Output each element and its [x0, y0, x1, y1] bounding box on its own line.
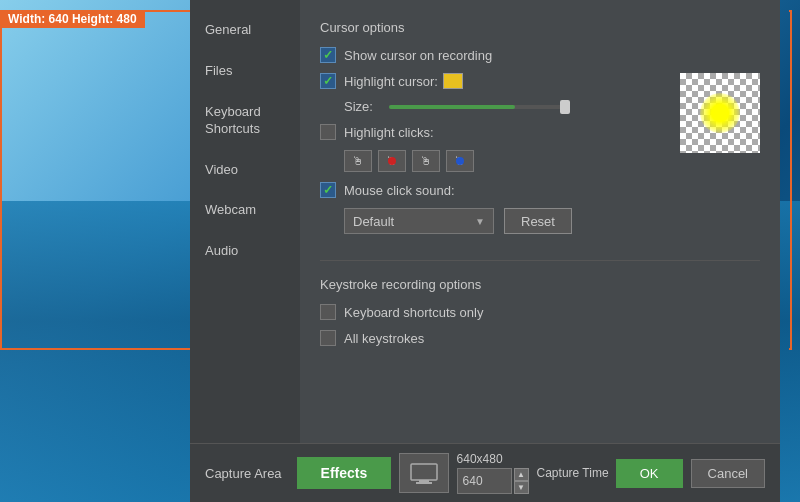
dialog-buttons: OK Cancel: [616, 459, 765, 488]
highlight-cursor-row: Highlight cursor:: [320, 73, 650, 89]
content-area: Cursor options Show cursor on recording …: [300, 0, 780, 443]
size-slider-fill: [389, 105, 515, 109]
sidebar-item-video[interactable]: Video: [190, 150, 300, 191]
keyboard-shortcuts-only-label: Keyboard shortcuts only: [344, 305, 483, 320]
mouse-click-sound-label: Mouse click sound:: [344, 183, 455, 198]
section-divider: [320, 260, 760, 261]
capture-icon-box[interactable]: [399, 453, 449, 493]
left-click-icon[interactable]: 🖱: [344, 150, 372, 172]
sidebar-item-keyboard-shortcuts[interactable]: Keyboard Shortcuts: [190, 92, 300, 150]
svg-rect-2: [416, 482, 432, 484]
sound-dropdown-value: Default: [353, 214, 394, 229]
mouse-click-sound-row: Mouse click sound:: [320, 182, 650, 198]
sidebar-item-webcam[interactable]: Webcam: [190, 190, 300, 231]
sidebar-item-files[interactable]: Files: [190, 51, 300, 92]
reset-button[interactable]: Reset: [504, 208, 572, 234]
stepper-down[interactable]: ▼: [514, 481, 529, 494]
size-slider-thumb[interactable]: [560, 100, 570, 114]
sound-dropdown-row: Default ▼ Reset: [344, 208, 650, 234]
middle-click-icon[interactable]: 🖱: [412, 150, 440, 172]
keyboard-shortcuts-only-row: Keyboard shortcuts only: [320, 304, 760, 320]
all-keystrokes-checkbox[interactable]: [320, 330, 336, 346]
cancel-button[interactable]: Cancel: [691, 459, 765, 488]
keyboard-shortcuts-only-checkbox[interactable]: [320, 304, 336, 320]
highlight-cursor-checkbox[interactable]: [320, 73, 336, 89]
nav-sidebar: General Files Keyboard Shortcuts Video W…: [190, 0, 300, 443]
cursor-color-swatch[interactable]: [443, 73, 463, 89]
right-click-blue-icon[interactable]: 🖱: [446, 150, 474, 172]
cursor-preview: [680, 73, 760, 153]
right-click-red-icon[interactable]: 🖱: [378, 150, 406, 172]
sidebar-item-audio[interactable]: Audio: [190, 231, 300, 272]
capture-value-input[interactable]: 640: [457, 468, 512, 494]
capture-area-label: Capture Area: [205, 466, 282, 481]
dropdown-arrow-icon: ▼: [475, 216, 485, 227]
show-cursor-row: Show cursor on recording: [320, 47, 760, 63]
keystroke-title: Keystroke recording options: [320, 277, 760, 292]
sound-dropdown[interactable]: Default ▼: [344, 208, 494, 234]
capture-size-display: 640x480: [457, 452, 524, 466]
highlight-clicks-checkbox[interactable]: [320, 124, 336, 140]
keystroke-section: Keystroke recording options Keyboard sho…: [320, 277, 760, 346]
capture-dimensions-label: Width: 640 Height: 480: [0, 10, 145, 28]
stepper-up[interactable]: ▲: [514, 468, 529, 481]
highlight-cursor-label: Highlight cursor:: [344, 74, 438, 89]
size-slider-row: Size:: [320, 99, 650, 114]
ok-button[interactable]: OK: [616, 459, 683, 488]
highlight-clicks-row: Highlight clicks:: [320, 124, 650, 140]
click-icons-row: 🖱 🖱 🖱 🖱: [344, 150, 650, 172]
all-keystrokes-label: All keystrokes: [344, 331, 424, 346]
show-cursor-checkbox[interactable]: [320, 47, 336, 63]
svg-rect-0: [411, 464, 437, 480]
capture-screen-icon: [409, 462, 439, 484]
capture-preview-border: Width: 640 Height: 480: [0, 10, 195, 350]
all-keystrokes-row: All keystrokes: [320, 330, 760, 346]
show-cursor-label: Show cursor on recording: [344, 48, 492, 63]
cursor-options-title: Cursor options: [320, 20, 760, 35]
effects-button[interactable]: Effects: [297, 457, 392, 489]
right-border-indicator: [789, 10, 792, 350]
mouse-click-sound-checkbox[interactable]: [320, 182, 336, 198]
svg-rect-1: [419, 480, 429, 482]
bottom-bar: Capture Area Effects 640x480 640 ▲ ▼: [190, 443, 780, 502]
capture-stepper[interactable]: ▲ ▼: [514, 468, 529, 494]
highlight-clicks-label: Highlight clicks:: [344, 125, 434, 140]
capture-time-label: Capture Time: [537, 466, 609, 480]
size-label: Size:: [344, 99, 379, 114]
settings-panel: General Files Keyboard Shortcuts Video W…: [190, 0, 780, 502]
sidebar-item-general[interactable]: General: [190, 10, 300, 51]
cursor-glow: [700, 93, 740, 133]
size-slider-track[interactable]: [389, 105, 569, 109]
